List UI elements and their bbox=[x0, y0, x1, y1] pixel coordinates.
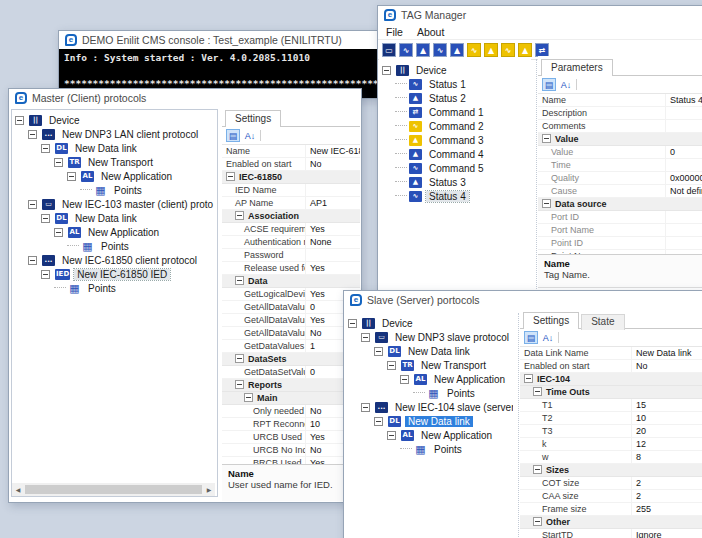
property-value[interactable]: 8 bbox=[632, 451, 702, 463]
property-row[interactable]: Quality0x00000000 bbox=[538, 172, 702, 185]
tree-expander-icon[interactable] bbox=[54, 158, 63, 167]
property-group-row[interactable]: Time Outs bbox=[520, 386, 702, 399]
property-row[interactable]: Enabled on startNo bbox=[222, 158, 360, 171]
command-tag-icon[interactable]: ▲ bbox=[484, 43, 498, 57]
property-value[interactable]: 255 bbox=[632, 503, 702, 515]
status-tag-icon[interactable]: ▲ bbox=[450, 43, 464, 57]
tree-item[interactable]: ▲Command 4 bbox=[379, 147, 531, 161]
property-group-row[interactable]: IEC-104 bbox=[520, 373, 702, 386]
menu-file[interactable]: File bbox=[386, 26, 403, 38]
property-row[interactable]: AP NameAP1 bbox=[222, 197, 360, 210]
tree-item[interactable]: ||Device bbox=[345, 316, 513, 330]
slave-titlebar[interactable]: Slave (Server) portocols bbox=[344, 291, 702, 309]
property-value[interactable]: 10 bbox=[632, 412, 702, 424]
tree-expander-icon[interactable] bbox=[54, 228, 63, 237]
new-file-icon[interactable]: ▭ bbox=[382, 43, 396, 57]
tree-item[interactable]: ▭New DNP3 slave protocol bbox=[345, 330, 513, 344]
slave-splitter[interactable] bbox=[513, 313, 519, 538]
tree-item[interactable]: ...New DNP3 LAN client protocol bbox=[12, 127, 217, 141]
property-row[interactable]: Port ID bbox=[538, 211, 702, 224]
tree-item[interactable]: ALNew Application bbox=[345, 428, 513, 442]
property-row[interactable]: RPT Reconnect10 bbox=[222, 418, 360, 431]
property-row[interactable]: Frame size255 bbox=[520, 503, 702, 516]
tree-expander-icon[interactable] bbox=[374, 417, 383, 426]
group-collapse-icon[interactable] bbox=[235, 276, 244, 285]
group-collapse-icon[interactable] bbox=[235, 211, 244, 220]
property-row[interactable]: Comments bbox=[538, 120, 702, 133]
group-collapse-icon[interactable] bbox=[533, 465, 542, 474]
alphabetical-sort-icon[interactable]: A↓ bbox=[243, 129, 257, 142]
tree-expander-icon[interactable] bbox=[28, 200, 37, 209]
categorized-view-icon[interactable]: ▤ bbox=[226, 129, 240, 142]
categorized-view-icon[interactable]: ▤ bbox=[542, 78, 556, 91]
property-value[interactable] bbox=[306, 184, 360, 196]
property-value[interactable]: Yes bbox=[306, 262, 360, 274]
property-value[interactable]: 15 bbox=[632, 399, 702, 411]
property-group-row[interactable]: Sizes bbox=[520, 464, 702, 477]
property-group-row[interactable]: Data source bbox=[538, 198, 702, 211]
property-row[interactable]: GetAllDataValues Skip FC=COYes bbox=[222, 314, 360, 327]
tree-expander-icon[interactable] bbox=[41, 214, 50, 223]
tree-item[interactable]: ▦Points bbox=[345, 386, 513, 400]
property-row[interactable]: T320 bbox=[520, 425, 702, 438]
property-value[interactable]: 20 bbox=[632, 425, 702, 437]
property-row[interactable]: ACSE requirementsYes bbox=[222, 223, 360, 236]
property-row[interactable]: Port Name bbox=[538, 224, 702, 237]
property-value[interactable]: 2 bbox=[632, 477, 702, 489]
tree-expander-icon[interactable] bbox=[387, 431, 396, 440]
property-value[interactable]: New IEC-61850 bbox=[306, 145, 360, 157]
alphabetical-sort-icon[interactable]: A↓ bbox=[541, 331, 555, 344]
property-row[interactable]: CAA size2 bbox=[520, 490, 702, 503]
property-row[interactable]: T210 bbox=[520, 412, 702, 425]
property-row[interactable]: w8 bbox=[520, 451, 702, 464]
property-group-row[interactable]: Value bbox=[538, 133, 702, 146]
tree-item[interactable]: ∿Status 4 bbox=[379, 189, 531, 203]
scroll-right-icon[interactable]: ▶ bbox=[203, 486, 215, 493]
tree-item[interactable]: ▦Points bbox=[12, 183, 217, 197]
scrollbar-thumb[interactable] bbox=[25, 485, 202, 494]
tree-expander-icon[interactable] bbox=[67, 172, 76, 181]
property-value[interactable] bbox=[666, 159, 702, 171]
command-tag-icon[interactable]: ▲ bbox=[518, 43, 532, 57]
tree-expander-icon[interactable] bbox=[41, 144, 50, 153]
tree-item[interactable]: TRNew Transport bbox=[345, 358, 513, 372]
property-value[interactable]: Ignore bbox=[632, 529, 702, 538]
property-group-row[interactable]: Reports bbox=[222, 379, 360, 392]
property-group-row[interactable]: Other bbox=[520, 516, 702, 529]
property-group-row[interactable]: Association bbox=[222, 210, 360, 223]
property-value[interactable] bbox=[666, 120, 702, 132]
tree-item[interactable]: ...New IEC-61850 client protocol bbox=[12, 253, 217, 267]
tree-expander-icon[interactable] bbox=[348, 319, 357, 328]
tree-item[interactable]: ▦Points bbox=[12, 239, 217, 253]
property-row[interactable]: Authentication mechanismNone bbox=[222, 236, 360, 249]
property-row[interactable]: COT size2 bbox=[520, 477, 702, 490]
property-row[interactable]: GetDataValues Period1 bbox=[222, 340, 360, 353]
tree-expander-icon[interactable] bbox=[28, 130, 37, 139]
tree-item[interactable]: ∿Status 1 bbox=[379, 77, 531, 91]
property-group-row[interactable]: DataSets bbox=[222, 353, 360, 366]
tree-item[interactable]: TRNew Transport bbox=[12, 155, 217, 169]
command-exec-icon[interactable]: ⇄ bbox=[535, 43, 549, 57]
command-tag-icon[interactable]: ∿ bbox=[467, 43, 481, 57]
menu-about[interactable]: About bbox=[417, 26, 444, 38]
property-value[interactable]: AP1 bbox=[306, 197, 360, 209]
tree-item[interactable]: ▭New IEC-103 master (client) proto bbox=[12, 197, 217, 211]
group-collapse-icon[interactable] bbox=[533, 517, 542, 526]
tree-item[interactable]: ▦Points bbox=[12, 281, 217, 295]
tree-expander-icon[interactable] bbox=[15, 116, 24, 125]
property-value[interactable]: No bbox=[306, 158, 360, 170]
tree-item[interactable]: ▲Status 3 bbox=[379, 175, 531, 189]
property-group-row[interactable]: IEC-61850 bbox=[222, 171, 360, 184]
property-value[interactable]: Yes bbox=[306, 223, 360, 235]
property-row[interactable]: URCB No IndexNo bbox=[222, 444, 360, 457]
property-value[interactable]: 0x00000000 bbox=[666, 172, 702, 184]
property-value[interactable]: Not defined bbox=[666, 185, 702, 197]
property-value[interactable]: New Data link bbox=[632, 347, 702, 359]
tree-item[interactable]: ALNew Application bbox=[12, 225, 217, 239]
tree-item[interactable]: ▲Status 2 bbox=[379, 91, 531, 105]
tree-item[interactable]: ▦Points bbox=[345, 442, 513, 456]
tree-item[interactable]: DLNew Data link bbox=[12, 211, 217, 225]
group-collapse-icon[interactable] bbox=[524, 374, 533, 383]
tab-settings[interactable]: Settings bbox=[225, 110, 281, 127]
property-row[interactable]: Data Link NameNew Data link bbox=[520, 347, 702, 360]
